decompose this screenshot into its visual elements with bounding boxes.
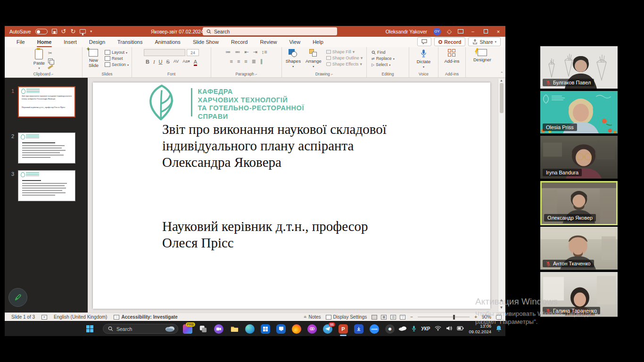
addins-button[interactable]: Add-ins <box>444 49 459 64</box>
justify-button[interactable]: ≣ <box>252 58 256 65</box>
arrange-button[interactable]: Arrange▾ <box>305 49 322 68</box>
file-explorer-icon[interactable] <box>230 324 239 334</box>
tab-insert[interactable]: Insert <box>58 37 83 47</box>
firefox-browser-icon[interactable] <box>292 324 301 334</box>
tab-animations[interactable]: Animations <box>149 37 186 47</box>
line-spacing-button[interactable]: ↕≡ <box>262 49 267 55</box>
mail-app-icon[interactable] <box>276 324 286 334</box>
zoom-app-icon[interactable]: zoom <box>370 324 379 334</box>
notes-button[interactable]: ≐Notes <box>304 314 321 320</box>
display-settings-button[interactable]: Display Settings <box>326 314 367 320</box>
gem-feature-icon[interactable]: ◇ <box>447 28 452 34</box>
format-painter-icon[interactable] <box>48 65 53 69</box>
emoji-app-icon[interactable]: ☻ <box>385 324 395 334</box>
ribbon-display-options-icon[interactable] <box>458 29 463 33</box>
font-name-combobox[interactable] <box>144 49 185 56</box>
microphone-tray-icon[interactable] <box>412 325 416 333</box>
avatar[interactable]: OY <box>433 28 441 35</box>
bold-button[interactable]: B <box>146 59 149 65</box>
wifi-icon[interactable] <box>435 326 441 332</box>
participant-tile-active-speaker[interactable]: Олександр Яковер <box>540 181 618 225</box>
paste-button[interactable]: Paste▾ <box>33 49 45 70</box>
onedrive-icon[interactable] <box>398 326 407 332</box>
select-button[interactable]: ▷Select ▾ <box>372 62 409 67</box>
widgets-app-icon[interactable]: PRB <box>183 324 192 334</box>
bullets-button[interactable]: ≔ <box>225 49 231 55</box>
save-icon[interactable] <box>52 29 57 34</box>
new-slide-button[interactable]: New Slide <box>85 49 102 68</box>
participant-tile[interactable]: Iryna Bandura <box>540 136 618 179</box>
cut-icon[interactable]: ✂ <box>48 50 53 56</box>
align-left-button[interactable]: ≡ <box>230 58 233 64</box>
redo-icon[interactable]: ↻ <box>70 28 75 34</box>
slide-supervisor-text[interactable]: Науковий керівник д.т.н., професор Олеся… <box>162 218 403 251</box>
tab-record[interactable]: Record <box>225 37 254 47</box>
battery-icon[interactable] <box>457 326 464 331</box>
spellcheck-icon[interactable]: ✕ <box>41 315 47 320</box>
font-size-combobox[interactable]: 24 <box>187 49 199 56</box>
slide-thumbnail-2[interactable] <box>18 132 75 164</box>
annotation-pencil-button[interactable] <box>8 288 27 307</box>
slide-sorter-view-button[interactable]: ▦ <box>381 315 387 320</box>
keyboard-language[interactable]: УКР <box>421 326 430 331</box>
shape-effects-button[interactable]: Shape Effects ▾ <box>326 62 363 66</box>
normal-view-button[interactable] <box>372 315 377 320</box>
autosave-toggle[interactable] <box>35 29 48 34</box>
start-slideshow-icon[interactable] <box>80 29 86 33</box>
zoom-slider[interactable] <box>418 317 470 318</box>
font-color-button[interactable]: A <box>194 59 197 66</box>
notifications-bell-icon[interactable] <box>496 325 502 332</box>
layout-button[interactable]: Layout ▾ <box>105 50 129 55</box>
slide-canvas[interactable]: КАФЕДРА ХАРЧОВИХ ТЕХНОЛОГІЙ ТА ГОТЕЛЬНО-… <box>93 82 490 309</box>
reset-button[interactable]: Reset <box>105 56 129 61</box>
numbering-button[interactable]: ≕ <box>235 49 240 55</box>
scroll-up-icon[interactable]: ▲ <box>500 79 503 82</box>
character-spacing-button[interactable]: AV <box>173 59 179 64</box>
scrollbar-thumb[interactable] <box>500 83 504 113</box>
opera-gx-icon[interactable] <box>307 324 317 334</box>
minimize-button[interactable]: − <box>470 29 476 34</box>
shape-fill-button[interactable]: Shape Fill ▾ <box>326 49 363 54</box>
search-box[interactable]: Search <box>203 27 337 35</box>
tab-slideshow[interactable]: Slide Show <box>187 37 225 47</box>
accessibility-status[interactable]: ☆ Accessibility: Investigate <box>114 314 178 320</box>
close-button[interactable]: × <box>495 29 502 34</box>
restore-button[interactable] <box>482 29 489 34</box>
find-button[interactable]: Find <box>372 50 409 55</box>
tab-file[interactable]: File <box>10 37 31 47</box>
underline-button[interactable]: U <box>159 59 163 65</box>
dictate-button[interactable]: Dictate▾ <box>417 49 431 68</box>
replace-button[interactable]: ⇄Replace ▾ <box>372 56 409 61</box>
tab-help[interactable]: Help <box>306 37 330 47</box>
telegram-icon[interactable]: 66 <box>323 324 332 334</box>
align-center-button[interactable]: ≡ <box>237 58 240 64</box>
microsoft-store-icon[interactable] <box>261 324 270 334</box>
reading-view-button[interactable]: ▥ <box>390 315 396 320</box>
vertical-scrollbar[interactable]: ▲ ▲ ▼ <box>498 79 504 312</box>
indent-decrease-button[interactable]: ⇤ <box>244 49 248 55</box>
collapse-ribbon-icon[interactable]: ⌃ <box>500 71 504 76</box>
slideshow-view-button[interactable]: ▽ <box>400 315 405 320</box>
shapes-button[interactable]: Shapes▾ <box>286 49 301 68</box>
quick-access-dropdown-icon[interactable]: ▾ <box>90 30 92 33</box>
tab-transitions[interactable]: Transitions <box>111 37 149 47</box>
powerpoint-taskbar-icon[interactable]: P <box>339 324 348 334</box>
shape-outline-button[interactable]: Shape Outline ▾ <box>326 56 363 60</box>
slide-thumbnail-3[interactable] <box>18 170 75 201</box>
start-button[interactable] <box>85 324 94 334</box>
camera-app-icon[interactable] <box>214 324 223 334</box>
designer-button[interactable]: Designer <box>473 49 491 62</box>
participant-tile[interactable]: Olesia Priss <box>540 91 618 133</box>
zoom-out-icon[interactable]: − <box>410 314 413 320</box>
undo-icon[interactable]: ↺ <box>61 28 66 34</box>
section-button[interactable]: Section ▾ <box>105 62 129 67</box>
comments-button[interactable] <box>417 37 431 46</box>
participant-tile[interactable]: Антон Ткаченко <box>540 227 618 270</box>
indent-increase-button[interactable]: ⇥ <box>253 49 257 55</box>
copy-icon[interactable] <box>48 58 53 63</box>
record-button[interactable]: Record <box>434 37 465 46</box>
edge-browser-icon[interactable] <box>245 324 255 334</box>
tab-review[interactable]: Review <box>254 37 283 47</box>
slide-thumbnail-1[interactable]: Звіт про виконання наукової складової ін… <box>18 86 75 117</box>
tab-home[interactable]: Home <box>31 37 58 47</box>
